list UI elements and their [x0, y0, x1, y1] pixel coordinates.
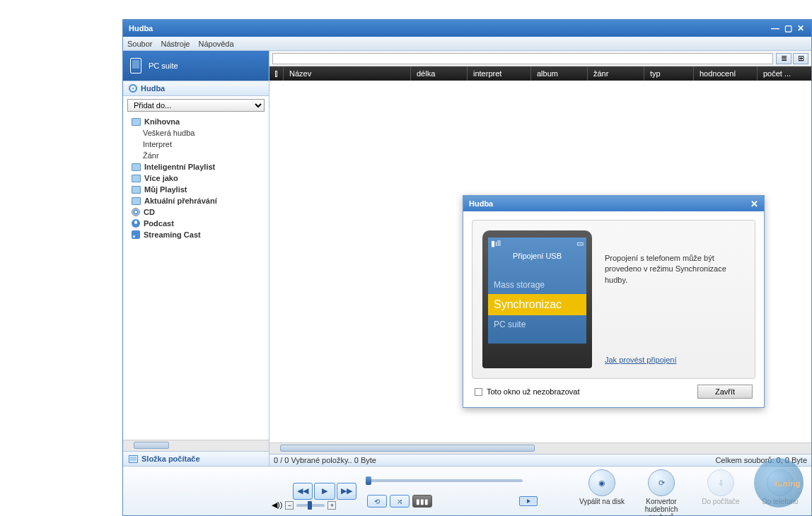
play-button[interactable]: ▶: [314, 483, 335, 500]
signal-icon: ▮ıll: [491, 239, 501, 248]
col-checkbox[interactable]: [269, 66, 284, 81]
pc-suite-header[interactable]: PC suite: [123, 51, 269, 81]
tree-cd[interactable]: CD: [127, 206, 265, 218]
col-artist[interactable]: interpret: [468, 66, 531, 81]
main-panel: ≣ ⊞ Název délka interpret album žánr typ…: [269, 51, 811, 466]
view-grid-button[interactable]: ⊞: [793, 53, 808, 64]
rss-icon: [132, 230, 140, 239]
table-header: Název délka interpret album žánr typ hod…: [269, 66, 811, 81]
fullscreen-button[interactable]: [519, 496, 538, 506]
to-pc-icon: ⇩: [718, 479, 724, 488]
tree-now-playing[interactable]: Aktuální přehrávání: [127, 195, 265, 206]
col-rating[interactable]: hodnocení: [694, 66, 758, 81]
close-icon[interactable]: ✕: [796, 23, 806, 33]
tree-library[interactable]: Knihovna: [127, 116, 265, 127]
to-phone-action[interactable]: ⇨ Do telefonu: [755, 469, 806, 516]
dialog-help-link[interactable]: Jak provést připojení: [605, 355, 677, 365]
folder-icon: [132, 163, 141, 171]
col-genre[interactable]: žánr: [588, 66, 644, 81]
tree-more-like[interactable]: Více jako: [127, 172, 265, 184]
tree-artist[interactable]: Interpret: [127, 139, 265, 150]
dont-show-checkbox[interactable]: [475, 388, 482, 396]
volume-slider[interactable]: [296, 504, 325, 507]
col-name[interactable]: Název: [284, 66, 411, 81]
pc-suite-label: PC suite: [149, 61, 178, 70]
col-album[interactable]: album: [531, 66, 588, 81]
col-length[interactable]: délka: [411, 66, 468, 81]
dialog-titlebar[interactable]: Hudba ✕: [463, 196, 764, 211]
minimize-icon[interactable]: —: [770, 23, 780, 33]
phone-option-sync: Synchronizac: [488, 294, 586, 315]
burn-action[interactable]: ◉ Vypálit na disk: [576, 469, 627, 516]
menu-help[interactable]: Nápověda: [198, 40, 233, 48]
vol-down-button[interactable]: −: [285, 501, 294, 510]
phone-option-pcsuite: PC suite: [488, 315, 586, 334]
tree-podcast[interactable]: Podcast: [127, 218, 265, 229]
main-window: Hudba — ▢ ✕ Soubor Nástroje Nápověda PC …: [122, 19, 812, 516]
podcast-icon: [132, 219, 140, 228]
phone-icon: [130, 58, 141, 74]
status-left: 0 / 0 Vybrané položky.. 0 Byte: [274, 456, 376, 464]
tree-my-playlist[interactable]: Můj Playlist: [127, 184, 265, 195]
to-phone-icon: ⇨: [777, 479, 784, 488]
maximize-icon[interactable]: ▢: [783, 23, 793, 33]
monitor-icon: [129, 455, 138, 463]
player-bar: ◀◀ ▶ ▶▶ ◀)) − + ⟲ ⤮ ▮▮▮ ◉ Vypálit na dis…: [123, 466, 811, 515]
progress-slider[interactable]: [367, 479, 523, 482]
convert-action[interactable]: ⟳ Konvertor hudebních souborů: [636, 469, 687, 516]
tree-all-music[interactable]: Veškerá hudba: [127, 127, 265, 139]
phone-graphic: ▮ıll▭ Připojení USB Mass storage Synchro…: [482, 230, 592, 368]
vol-up-button[interactable]: +: [327, 501, 336, 510]
view-list-button[interactable]: ≣: [776, 53, 791, 64]
speaker-icon: ◀)): [272, 500, 282, 510]
dialog-message: Propojení s telefonem může být provedeno…: [605, 254, 726, 284]
dont-show-label: Toto okno už nezobrazovat: [487, 387, 579, 396]
dialog-close-icon[interactable]: ✕: [750, 199, 758, 209]
convert-icon: ⟳: [659, 479, 665, 488]
folder-icon: [132, 118, 141, 126]
main-scrollbar[interactable]: [269, 442, 811, 454]
section-computer-folder[interactable]: Složka počítače: [123, 451, 269, 466]
col-count[interactable]: počet ...: [758, 66, 811, 81]
sidebar: PC suite Hudba Přidat do... Knihovna Veš…: [123, 51, 269, 466]
next-button[interactable]: ▶▶: [337, 483, 356, 500]
to-pc-action[interactable]: ⇩ Do počítače: [695, 469, 746, 516]
cd-icon: [132, 208, 140, 216]
table-body: Hudba ✕ ▮ıll▭ Připojení USB Mass storage: [269, 81, 811, 442]
prev-button[interactable]: ◀◀: [293, 483, 313, 500]
section-hudba[interactable]: Hudba: [123, 81, 269, 96]
folder-icon: [132, 175, 141, 182]
titlebar[interactable]: Hudba — ▢ ✕: [123, 20, 811, 37]
menubar: Soubor Nástroje Nápověda: [123, 37, 811, 51]
menu-file[interactable]: Soubor: [127, 40, 152, 48]
statusbar: 0 / 0 Vybrané položky.. 0 Byte Celkem so…: [269, 454, 811, 466]
col-type[interactable]: typ: [644, 66, 694, 81]
eq-button[interactable]: ▮▮▮: [412, 495, 432, 508]
phone-option-mass: Mass storage: [488, 276, 586, 294]
window-title: Hudba: [129, 24, 153, 33]
folder-icon: [132, 186, 141, 194]
search-input[interactable]: [272, 53, 773, 64]
target-icon: [129, 84, 137, 93]
folder-icon: [132, 197, 141, 205]
sidebar-scrollbar[interactable]: [123, 440, 269, 451]
status-right: Celkem souborů: 0, 0 Byte: [715, 456, 807, 464]
battery-icon: ▭: [576, 239, 584, 248]
burn-icon: ◉: [598, 479, 605, 488]
repeat-button[interactable]: ⟲: [367, 495, 387, 508]
searchbar: ≣ ⊞: [269, 51, 811, 66]
tree-genre[interactable]: Žánr: [127, 150, 265, 161]
tree-smart-playlist[interactable]: Inteligentní Playlist: [127, 161, 265, 172]
tree-streaming[interactable]: Streaming Cast: [127, 229, 265, 240]
connection-dialog: Hudba ✕ ▮ıll▭ Připojení USB Mass storage: [463, 195, 765, 408]
add-to-dropdown[interactable]: Přidat do...: [127, 99, 265, 112]
menu-tools[interactable]: Nástroje: [161, 40, 190, 48]
close-button[interactable]: Zavřít: [697, 385, 753, 399]
shuffle-button[interactable]: ⤮: [390, 495, 410, 508]
